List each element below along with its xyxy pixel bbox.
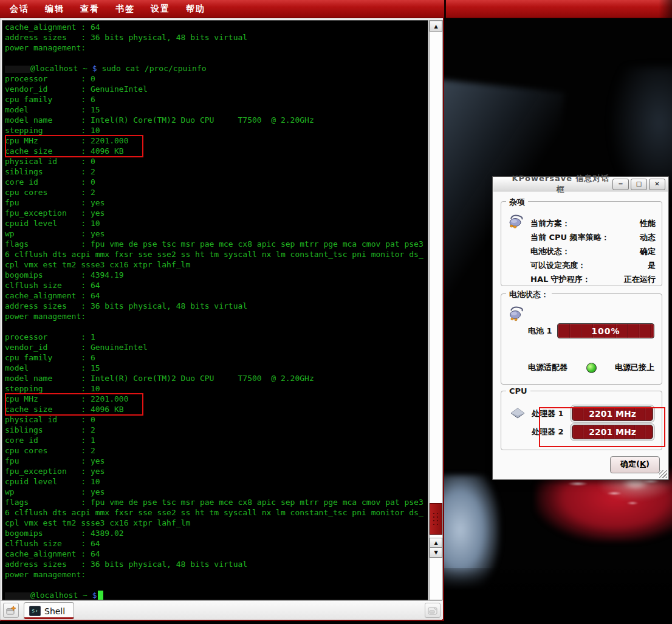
terminal-output-line: power management:: [5, 311, 428, 321]
terminal-output-line: 6 clflush dts acpi mmx fxsr sse sse2 ss …: [5, 249, 428, 259]
terminal-output-line: cpu cores : 2: [5, 445, 428, 456]
terminal-output-line: cpl vmx est tm2 ssse3 cx16 xtpr lahf_lm: [5, 518, 428, 528]
konsole-menu-bar: 会话编辑查看书签设置帮助: [0, 0, 672, 18]
misc-row-label: 当前 CPU 频率策略：: [530, 232, 609, 243]
misc-row-1: 当前 CPU 频率策略：动态: [530, 230, 656, 244]
misc-row-label: HAL 守护程序：: [530, 274, 591, 285]
close-session-button[interactable]: [425, 603, 441, 618]
terminal-output-line: physical id : 0: [5, 156, 428, 166]
misc-rows: 当前方案：性能当前 CPU 频率策略：动态电池状态：确定可以设定亮度：是HAL …: [530, 216, 656, 286]
misc-group-label: 杂项: [506, 197, 528, 208]
misc-group: 杂项 当前方案：性能当前 CPU 频率策略：动态电池状态：确定可以设定亮度：是H…: [501, 201, 662, 286]
misc-row-label: 电池状态：: [530, 246, 570, 257]
window-edge-divider: [444, 0, 446, 18]
terminal-output-line: fpu : yes: [5, 197, 428, 208]
new-session-icon: [5, 605, 16, 616]
cpu-group-label: CPU: [506, 386, 530, 396]
misc-row-value: 确定: [640, 246, 656, 257]
terminal-output-line: cpu family : 6: [5, 352, 428, 363]
session-tab-bar: s› Shell: [1, 600, 442, 620]
scroll-up-button[interactable]: ▲: [430, 21, 442, 32]
terminal-output-line: vendor_id : GenuineIntel: [5, 342, 428, 352]
misc-row-label: 当前方案：: [530, 218, 570, 229]
battery-row: 电池 1 100%: [528, 323, 654, 338]
redacted-username: [5, 592, 30, 600]
terminal-output-line: power management:: [5, 569, 428, 580]
kpowersave-dialog: KPowersave 信息对话框 − □ ✕ 杂项 当前方案：性能当前 CPU …: [492, 176, 669, 480]
terminal-output-line: clflush size : 64: [5, 280, 428, 290]
menu-item-bookmarks[interactable]: 书签: [115, 4, 135, 15]
misc-row-value: 动态: [640, 232, 656, 243]
terminal-output-line: stepping : 10: [5, 383, 428, 394]
menu-item-edit[interactable]: 编辑: [45, 4, 64, 15]
tab-shell[interactable]: s› Shell: [24, 602, 74, 619]
terminal-output-line: cache_alignment : 64: [5, 549, 428, 559]
terminal-output-line: fpu_exception : yes: [5, 208, 428, 218]
terminal-output-line: model name : Intel(R) Core(TM)2 Duo CPU …: [5, 373, 428, 383]
terminal-output-line: siblings : 2: [5, 425, 428, 435]
ok-button[interactable]: 确定(K): [610, 456, 660, 473]
scrollbar-thumb[interactable]: [430, 503, 442, 535]
terminal-output-line: cpl vmx est tm2 ssse3 cx16 xtpr lahf_lm: [5, 259, 428, 270]
menu-item-settings[interactable]: 设置: [151, 4, 170, 15]
dialog-title: KPowersave 信息对话框: [493, 173, 612, 195]
terminal-output-line: power management:: [5, 43, 428, 53]
cpu-frequency-text: 2201 MHz: [572, 407, 653, 420]
terminal-prompt-line: @localhost ~ $: [5, 590, 428, 600]
terminal-output-line: [5, 321, 428, 332]
terminal-output-line: cpu cores : 2: [5, 187, 428, 197]
terminal-output-line: cache_alignment : 64: [5, 22, 428, 32]
terminal-screen[interactable]: cache_alignment : 64address sizes : 36 b…: [2, 20, 428, 600]
prompt-dollar: $: [92, 591, 97, 600]
menu-item-view[interactable]: 查看: [80, 4, 100, 15]
cpu-frequency-text: 2201 MHz: [572, 425, 653, 439]
menu-item-session[interactable]: 会话: [10, 4, 29, 15]
ac-adapter-row: 电源适配器 电源已接上: [528, 362, 654, 373]
cpu-frequency-bar: 2201 MHz: [572, 425, 653, 439]
close-button[interactable]: ✕: [649, 179, 665, 190]
scroll-up-button-bottom[interactable]: ▲: [430, 538, 442, 547]
menu-bar-right-shade: [659, 0, 672, 18]
terminal-output-line: wp : yes: [5, 228, 428, 239]
terminal-output-line: physical id : 0: [5, 414, 428, 425]
battery-group: 电池状态： 电池 1 100% 电源适配器 电源已接上: [501, 293, 662, 385]
terminal-output-line: wp : yes: [5, 487, 428, 497]
resize-grip[interactable]: [659, 470, 667, 478]
shell-tab-label: Shell: [44, 606, 65, 616]
terminal-output-line: cpu MHz : 2201.000: [5, 394, 428, 404]
cpu-rows: 处理器 12201 MHz处理器 22201 MHz: [532, 405, 653, 441]
ac-adapter-label: 电源适配器: [528, 362, 567, 373]
scroll-down-button[interactable]: ▼: [430, 547, 442, 558]
terminal-output-line: model name : Intel(R) Core(TM)2 Duo CPU …: [5, 115, 428, 125]
battery-plug-icon: [507, 306, 526, 322]
terminal-output-line: address sizes : 36 bits physical, 48 bit…: [5, 559, 428, 569]
menu-item-help[interactable]: 帮助: [186, 4, 205, 15]
shell-tab-icon: s›: [29, 606, 41, 616]
terminal-output-line: address sizes : 36 bits physical, 48 bit…: [5, 301, 428, 311]
dialog-title-bar[interactable]: KPowersave 信息对话框 − □ ✕: [493, 177, 668, 191]
new-session-button[interactable]: [3, 603, 19, 618]
terminal-output-line: bogomips : 4389.02: [5, 528, 428, 538]
maximize-button[interactable]: □: [631, 179, 647, 190]
misc-row-2: 电池状态：确定: [530, 244, 656, 258]
battery-progress-bar: 100%: [557, 323, 654, 338]
terminal-output-line: cpuid level : 10: [5, 476, 428, 487]
terminal-output-line: model : 15: [5, 105, 428, 115]
close-session-icon: [427, 606, 438, 615]
terminal-scrollbar[interactable]: ▲ ▲ ▼: [429, 20, 443, 600]
terminal-output-line: core id : 0: [5, 177, 428, 187]
power-plug-icon: [507, 214, 526, 230]
misc-row-value: 是: [648, 260, 656, 271]
cpu-frequency-bar: 2201 MHz: [572, 406, 653, 421]
terminal-lines: cache_alignment : 64address sizes : 36 b…: [5, 22, 428, 600]
misc-row-4: HAL 守护程序：正在运行: [530, 272, 656, 286]
processor-label: 处理器 2: [532, 427, 572, 437]
terminal-output-line: cache size : 4096 KB: [5, 146, 428, 156]
terminal-output-line: core id : 1: [5, 435, 428, 445]
terminal-output-line: processor : 1: [5, 332, 428, 342]
terminal-output-line: model : 15: [5, 363, 428, 373]
minimize-button[interactable]: −: [612, 179, 629, 190]
cpu-row-2: 处理器 22201 MHz: [532, 423, 653, 441]
misc-row-0: 当前方案：性能: [530, 216, 656, 230]
prompt-dollar: $: [92, 64, 97, 73]
